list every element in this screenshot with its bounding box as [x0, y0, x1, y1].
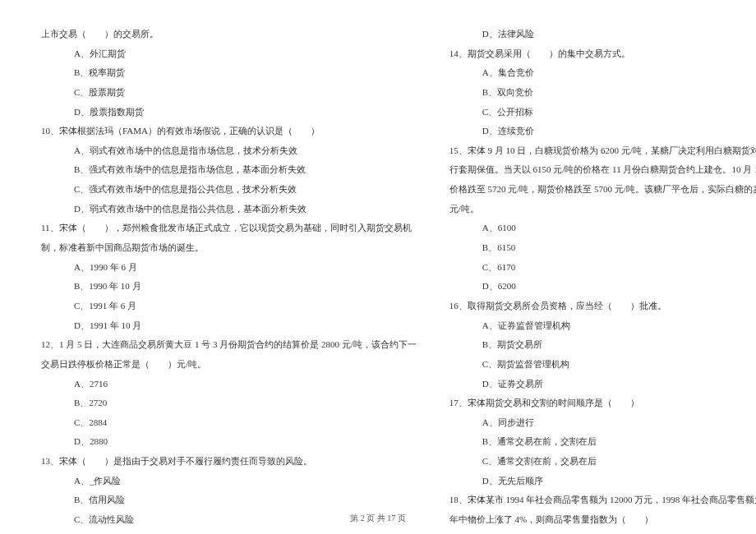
- q18-stem-1: 18、宋体某市 1994 年社会商品零售额为 12000 万元，1998 年社会…: [449, 490, 756, 510]
- q15-stem-1: 15、宋体 9 月 10 日，白糖现货价格为 6200 元/吨，某糖厂决定利用白…: [449, 141, 756, 161]
- page-footer: 第 2 页 共 17 页: [0, 513, 756, 524]
- left-column: 上市交易（ ）的交易所。 A、外汇期货 B、税率期货 C、股票期货 D、股票指数…: [41, 25, 417, 493]
- q11-option-d: D、1991 年 10 月: [41, 316, 417, 336]
- q14-option-c: C、公开招标: [449, 103, 756, 122]
- q16-option-b: B、期货交易所: [449, 335, 756, 355]
- q10-option-b: B、强式有效市场中的信息是指市场信息，基本面分析失效: [41, 160, 417, 180]
- q15-stem-3: 价格跌至 5720 元/吨，期货价格跌至 5700 元/吨。该糖厂平仓后，实际白…: [449, 180, 756, 200]
- q14-option-d: D、连续竞价: [449, 122, 756, 141]
- q17-option-b: B、通常交易在前，交割在后: [449, 432, 756, 452]
- q11-option-c: C、1991 年 6 月: [41, 297, 417, 316]
- q14-option-a: A、集合竞价: [449, 63, 756, 83]
- q9-stem-cont: 上市交易（ ）的交易所。: [41, 25, 417, 44]
- right-column: D、法律风险 14、期货交易采用（ ）的集中交易方式。 A、集合竞价 B、双向竞…: [449, 25, 756, 493]
- q10-option-a: A、弱式有效市场中的信息是指市场信息，技术分析失效: [41, 141, 417, 161]
- q17-option-c: C、通常交割在前，交易在后: [449, 452, 756, 472]
- q15-option-a: A、6100: [449, 219, 756, 238]
- q13-option-d: D、法律风险: [449, 25, 756, 44]
- q9-option-a: A、外汇期货: [41, 44, 417, 64]
- q12-option-d: D、2880: [41, 432, 417, 452]
- q10-option-c: C、强式有效市场中的信息是指公共信息，技术分析失效: [41, 180, 417, 200]
- q12-option-a: A、2716: [41, 375, 417, 394]
- q17-option-a: A、同步进行: [449, 413, 756, 433]
- q10-option-d: D、弱式有效市场中的信息是指公共信息，基本面分析失效: [41, 200, 417, 219]
- q12-stem-1: 12、1 月 5 日，大连商品交易所黄大豆 1 号 3 月份期货合约的结算价是 …: [41, 335, 417, 355]
- q9-option-c: C、股票期货: [41, 83, 417, 103]
- q17-option-d: D、无先后顺序: [449, 472, 756, 491]
- q16-option-c: C、期货监督管理机构: [449, 355, 756, 375]
- q15-stem-4: 元/吨。: [449, 200, 756, 219]
- q13-option-a: A、_作风险: [41, 472, 417, 491]
- q15-option-b: B、6150: [449, 238, 756, 258]
- q16-option-a: A、证券监督管理机构: [449, 316, 756, 336]
- q11-option-b: B、1990 年 10 月: [41, 277, 417, 297]
- q16-option-d: D、证券交易所: [449, 375, 756, 394]
- q10-stem: 10、宋体根据法玛（FAMA）的有效市场假说，正确的认识是（ ）: [41, 122, 417, 141]
- q12-stem-2: 交易日跌停板价格正常是（ ）元/吨。: [41, 355, 417, 375]
- content-columns: 上市交易（ ）的交易所。 A、外汇期货 B、税率期货 C、股票期货 D、股票指数…: [41, 25, 715, 493]
- q15-stem-2: 行套期保值。当天以 6150 元/吨的价格在 11 月份白糖期货合约上建仓。10…: [449, 160, 756, 180]
- q17-stem: 17、宋体期货交易和交割的时间顺序是（ ）: [449, 394, 756, 413]
- q9-option-b: B、税率期货: [41, 63, 417, 83]
- q14-stem: 14、期货交易采用（ ）的集中交易方式。: [449, 44, 756, 64]
- q13-option-b: B、信用风险: [41, 490, 417, 510]
- q13-stem: 13、宋体（ ）是指由于交易对手不履行履约责任而导致的风险。: [41, 452, 417, 472]
- q9-option-d: D、股票指数期货: [41, 103, 417, 122]
- q11-option-a: A、1990 年 6 月: [41, 258, 417, 278]
- q16-stem: 16、取得期货交易所会员资格，应当经（ ）批准。: [449, 297, 756, 316]
- q12-option-b: B、2720: [41, 394, 417, 413]
- q14-option-b: B、双向竞价: [449, 83, 756, 103]
- q12-option-c: C、2884: [41, 413, 417, 433]
- q11-stem-1: 11、宋体（ ），郑州粮食批发市场正式成立，它以现货交易为基础，同时引入期货交易…: [41, 219, 417, 238]
- q11-stem-2: 制，标准着新中国商品期货市场的诞生。: [41, 238, 417, 258]
- q15-option-c: C、6170: [449, 258, 756, 278]
- q15-option-d: D、6200: [449, 277, 756, 297]
